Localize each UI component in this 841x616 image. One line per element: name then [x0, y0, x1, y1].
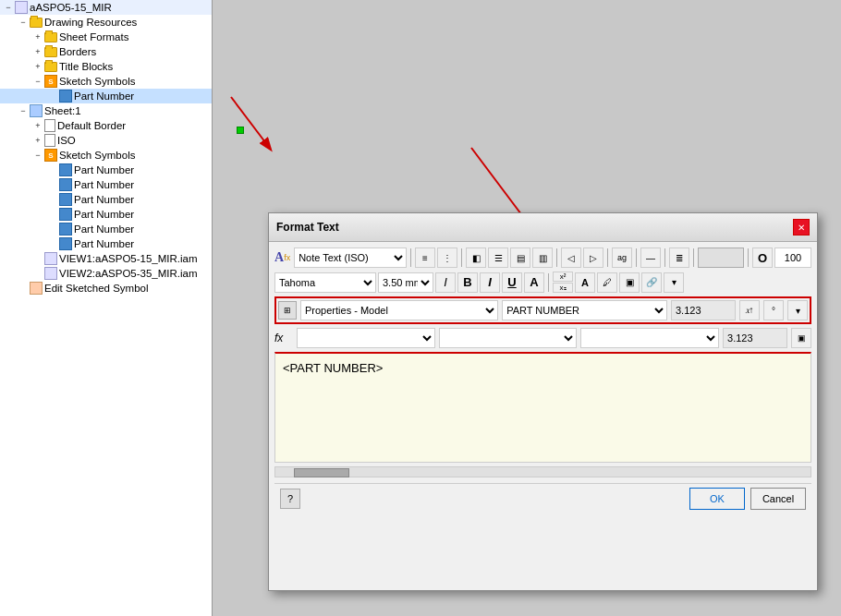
list-num-btn[interactable]: ⋮: [437, 248, 457, 268]
fx-select-3[interactable]: [580, 328, 719, 348]
subscript-btn[interactable]: x₂: [553, 283, 573, 293]
property-source-select[interactable]: Properties - Model: [300, 300, 498, 320]
indent-more-btn[interactable]: ▷: [583, 248, 603, 268]
expand-icon-ss1[interactable]: −: [31, 75, 44, 88]
expand-icon-iso[interactable]: +: [31, 134, 44, 147]
indent-less-btn[interactable]: ◁: [561, 248, 581, 268]
tree-item-drawing-resources[interactable]: − Drawing Resources: [0, 15, 212, 30]
property-more-btn[interactable]: ▾: [787, 300, 808, 320]
font-select[interactable]: Tahoma: [274, 272, 376, 293]
text-style-btn[interactable]: ag: [612, 248, 632, 268]
color-text-btn[interactable]: A: [575, 272, 595, 293]
tree-item-borders[interactable]: + Borders: [0, 44, 212, 59]
note-text-select[interactable]: Note Text (ISO): [294, 248, 407, 268]
align-left-btn[interactable]: ◧: [466, 248, 486, 268]
tree-item-sketch-symbols-2[interactable]: − S Sketch Symbols: [0, 148, 212, 163]
strikethrough-btn[interactable]: A: [524, 272, 544, 293]
more-btn[interactable]: ▾: [664, 272, 684, 293]
italic-style-btn[interactable]: I: [435, 272, 456, 293]
fx-row: fx 3.123 ▣: [274, 328, 811, 348]
underline-btn[interactable]: U: [502, 272, 522, 293]
default-border-label: Default Border: [57, 120, 126, 131]
help-button[interactable]: ?: [280, 489, 300, 509]
iso-label: ISO: [57, 135, 76, 146]
highlight-btn[interactable]: 🖊: [597, 272, 617, 293]
tree-item-title-blocks[interactable]: + Title Blocks: [0, 59, 212, 74]
format-a-icon: A: [274, 250, 284, 265]
tree-item-part-number-1[interactable]: Part Number: [0, 89, 212, 103]
tree-item-view2[interactable]: VIEW2:aASPO5-35_MIR.iam: [0, 266, 212, 281]
property-name-select[interactable]: PART NUMBER: [502, 300, 667, 320]
line-btn[interactable]: —: [640, 248, 661, 268]
angle-btn[interactable]: °: [763, 300, 784, 320]
hscroll-thumb[interactable]: [294, 468, 349, 477]
zoom-input[interactable]: 100: [774, 248, 811, 268]
tree-item-root[interactable]: − aASPO5-15_MIR: [0, 0, 212, 15]
fx-label: fx: [274, 332, 293, 344]
fx-more-btn[interactable]: ▣: [791, 328, 811, 348]
part-icon-3: [59, 178, 72, 191]
dialog-title: Format Text: [276, 221, 339, 234]
expand-icon-dr[interactable]: −: [17, 16, 30, 29]
sep6: [664, 248, 665, 267]
part-number-1-label: Part Number: [74, 91, 134, 102]
list-style-btn[interactable]: ≣: [669, 248, 689, 268]
tree-item-sketch-symbols-1[interactable]: − S Sketch Symbols: [0, 74, 212, 89]
expand-icon-sheet1[interactable]: −: [17, 104, 30, 117]
edit-sketched-label: Edit Sketched Symbol: [44, 283, 149, 294]
sheet-icon-1: [30, 104, 43, 117]
fx-value-display: 3.123: [723, 328, 787, 348]
sep3: [556, 248, 557, 267]
tree-item-edit-sketched[interactable]: Edit Sketched Symbol: [0, 281, 212, 296]
size-select[interactable]: 3.50 mm: [378, 272, 433, 293]
part-number-2-label: Part Number: [74, 164, 134, 175]
color-picker[interactable]: [698, 248, 744, 268]
bold-btn[interactable]: B: [457, 272, 478, 293]
folder-icon-dr: [30, 18, 43, 28]
close-button[interactable]: ✕: [793, 219, 810, 236]
add-property-btn[interactable]: 𝑥↑: [739, 300, 760, 320]
align-center-btn[interactable]: ☰: [488, 248, 508, 268]
fx-select-2[interactable]: [439, 328, 578, 348]
fx-select-1[interactable]: [297, 328, 435, 348]
align-justify-btn[interactable]: ▥: [532, 248, 553, 268]
borders-label: Borders: [59, 46, 96, 57]
expand-icon-b[interactable]: +: [31, 45, 44, 58]
tree-item-part-number-3[interactable]: Part Number: [0, 177, 212, 192]
align-right-btn[interactable]: ▤: [510, 248, 530, 268]
folder-icon-b: [44, 47, 57, 57]
tree-item-part-number-2[interactable]: Part Number: [0, 163, 212, 177]
sketch-symbols-2-label: Sketch Symbols: [59, 150, 135, 161]
tree-item-sheet-1[interactable]: − Sheet:1: [0, 103, 212, 118]
symbol-btn[interactable]: O: [752, 248, 773, 268]
italic-btn[interactable]: I: [480, 272, 500, 293]
sheet-1-label: Sheet:1: [44, 105, 81, 116]
expand-icon-db[interactable]: +: [31, 119, 44, 132]
tree-item-part-number-5[interactable]: Part Number: [0, 207, 212, 222]
cancel-button[interactable]: Cancel: [750, 488, 806, 510]
expand-icon-sf[interactable]: +: [31, 30, 44, 43]
property-value-display: 3.123: [671, 300, 736, 320]
tree-item-default-border[interactable]: + Default Border: [0, 118, 212, 133]
tree-item-part-number-4[interactable]: Part Number: [0, 192, 212, 207]
format-extra-btn[interactable]: ▣: [619, 272, 640, 293]
toolbar-row-2: Tahoma 3.50 mm I B I U A x² x₂ A 🖊 ▣ 🔗: [274, 272, 811, 293]
expand-icon[interactable]: −: [2, 1, 15, 14]
tree-item-iso[interactable]: + ISO: [0, 133, 212, 148]
part-icon-1: [59, 90, 72, 103]
tree-item-part-number-7[interactable]: Part Number: [0, 236, 212, 251]
tree-item-view1[interactable]: VIEW1:aASPO5-15_MIR.iam: [0, 251, 212, 266]
property-row: ⊞ Properties - Model PART NUMBER 3.123 𝑥…: [274, 296, 811, 324]
expand-icon-tb[interactable]: +: [31, 60, 44, 73]
part-number-7-label: Part Number: [74, 238, 134, 249]
text-content-area[interactable]: <PART NUMBER>: [274, 352, 811, 463]
tree-item-part-number-6[interactable]: Part Number: [0, 222, 212, 236]
superscript-btn[interactable]: x²: [553, 272, 573, 282]
list-btn[interactable]: ≡: [415, 248, 435, 268]
link-btn[interactable]: 🔗: [641, 272, 662, 293]
part-icon-7: [59, 237, 72, 250]
expand-icon-ss2[interactable]: −: [31, 149, 44, 162]
hscrollbar[interactable]: [274, 466, 811, 477]
ok-button[interactable]: OK: [689, 488, 745, 510]
tree-item-sheet-formats[interactable]: + Sheet Formats: [0, 30, 212, 44]
